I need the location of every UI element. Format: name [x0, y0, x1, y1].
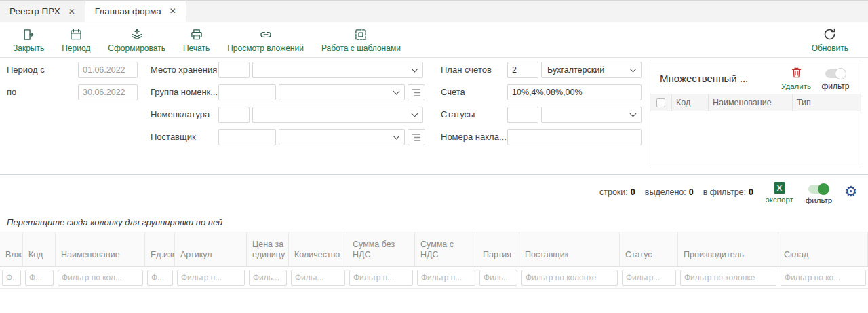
select-all-checkbox[interactable] [656, 98, 665, 107]
column-filter-input-sklad[interactable] [781, 270, 866, 286]
supplier-select[interactable] [279, 129, 405, 145]
close-button[interactable]: Закрыть [4, 23, 53, 57]
grid-section: строки:0 выделено:0 в фильтре:0 X экспор… [0, 174, 868, 313]
column-header-artikul[interactable]: Артикул [175, 232, 247, 266]
chart-of-accounts-code-input[interactable] [507, 62, 538, 78]
period-from-input[interactable] [78, 62, 138, 78]
toggle-knob [818, 183, 829, 195]
tab-glavnaya-forma[interactable]: Главная форма ✕ [85, 1, 186, 22]
stat-label: строки: [599, 187, 628, 197]
statuses-code-input[interactable] [507, 107, 538, 123]
multi-filter-col-naimenovanie[interactable]: Наименование [709, 94, 793, 111]
column-header-summa-s-nds[interactable]: Сумма с НДС [415, 232, 477, 266]
nomenclature-group-code-input[interactable] [218, 84, 276, 100]
column-label: Сумма с НДС [420, 240, 473, 261]
column-filter-input-vlzh[interactable] [2, 270, 21, 286]
supplier-tree-button[interactable] [408, 129, 425, 145]
export-button[interactable]: X экспорт [766, 182, 793, 204]
chart-of-accounts-select[interactable]: Бухгалтерский [541, 62, 642, 78]
column-header-proizvoditel[interactable]: Производитель [678, 232, 778, 266]
grid-stats: строки:0 выделено:0 в фильтре:0 [599, 187, 753, 197]
nomenclature-group-select[interactable] [279, 84, 405, 100]
selected-value: Бухгалтерский [547, 65, 604, 75]
column-filter-input-kolichestvo[interactable] [291, 270, 345, 286]
column-filter-input-naimenovanie[interactable] [58, 270, 143, 286]
column-header-partiya[interactable]: Партия [477, 232, 519, 266]
multi-filter-col-kod[interactable]: Код [672, 94, 709, 111]
filter-cell [145, 267, 175, 288]
column-filter-input-summa-bez-nds[interactable] [349, 270, 413, 286]
multi-filter-toggle[interactable]: фильтр [816, 65, 855, 91]
select-all-cell [650, 94, 672, 111]
column-filter-input-summa-s-nds[interactable] [417, 270, 475, 286]
column-header-tsena-za-edinitsu[interactable]: Цена за единицу [247, 232, 289, 266]
column-label: Производитель [684, 250, 744, 261]
column-header-edizm[interactable]: Ед.изм. [145, 232, 175, 266]
toolbar-label: Просмотр вложений [227, 43, 304, 53]
column-header-naimenovanie[interactable]: Наименование [56, 232, 145, 266]
column-header-status[interactable]: Статус [620, 232, 678, 266]
column-label: Влж [5, 250, 22, 261]
filter-cell [519, 267, 620, 288]
storage-code-input[interactable] [218, 62, 250, 78]
filter-cell [678, 267, 778, 288]
period-to-label: по [7, 84, 16, 100]
group-by-drop-zone[interactable]: Перетащите сюда колонку для группировки … [7, 217, 222, 227]
column-filter-input-artikul[interactable] [177, 270, 245, 286]
nomenclature-group-tree-button[interactable] [408, 84, 425, 100]
column-filter-input-partiya[interactable] [479, 270, 517, 286]
nomenclature-select[interactable] [252, 107, 423, 123]
storage-select[interactable] [252, 62, 423, 78]
view-attachments-button[interactable]: Просмотр вложений [218, 23, 313, 57]
column-header-summa-bez-nds[interactable]: Сумма без НДС [347, 232, 415, 266]
column-filter-input-tsena[interactable] [249, 270, 287, 286]
refresh-icon [823, 27, 837, 41]
grid-filter-row [0, 267, 868, 289]
close-icon[interactable]: ✕ [68, 7, 75, 16]
column-header-vlzh[interactable]: Влж [0, 232, 23, 266]
column-filter-input-edizm[interactable] [147, 270, 173, 286]
column-header-kolichestvo[interactable]: Количество [289, 232, 347, 266]
statuses-select[interactable] [541, 107, 642, 123]
gear-icon[interactable]: ⚙ [844, 185, 857, 199]
stat-value: 0 [631, 187, 635, 197]
toolbar-label: Закрыть [13, 43, 44, 53]
generate-button[interactable]: Сформировать [99, 23, 174, 57]
accounts-label: Счета [441, 84, 465, 100]
toggle-on-icon [808, 185, 829, 194]
period-to-input[interactable] [78, 84, 138, 100]
nomenclature-code-input[interactable] [218, 107, 250, 123]
supplier-code-input[interactable] [218, 129, 276, 145]
close-icon[interactable]: ✕ [170, 7, 176, 15]
toolbar-label: Сформировать [108, 43, 165, 53]
filter-cell [56, 267, 145, 288]
tab-reestr-prh[interactable]: Реестр ПРХ ✕ [0, 1, 85, 22]
export-label: экспорт [766, 196, 793, 204]
column-label: Ед.изм. [151, 250, 175, 261]
multi-filter-col-tip[interactable]: Тип [793, 94, 861, 111]
column-header-kod[interactable]: Код [23, 232, 56, 266]
refresh-button[interactable]: Обновить [803, 23, 857, 57]
printer-icon [190, 27, 203, 41]
column-header-sklad[interactable]: Склад [778, 232, 868, 266]
selected-stat: выделено:0 [645, 187, 694, 197]
invoice-numbers-label: Номера накла... [441, 129, 507, 145]
column-filter-input-proizvoditel[interactable] [680, 270, 776, 286]
grid-filter-toggle[interactable]: фильтр [806, 182, 832, 204]
generate-icon [130, 27, 144, 41]
delete-button[interactable]: Удалить [776, 65, 816, 90]
column-label: Артикул [180, 250, 212, 261]
column-filter-input-status[interactable] [622, 270, 676, 286]
chevron-down-icon [393, 133, 400, 140]
column-label: Сумма без НДС [353, 240, 411, 261]
invoice-numbers-input[interactable] [507, 129, 642, 145]
column-header-postavshchik[interactable]: Поставщик [519, 232, 620, 266]
column-filter-input-postavshchik[interactable] [521, 270, 618, 286]
column-label: Статус [625, 250, 652, 261]
period-button[interactable]: Период [53, 23, 99, 57]
column-filter-input-kod[interactable] [25, 270, 54, 286]
chart-of-accounts-label: План счетов [441, 62, 492, 78]
accounts-input[interactable] [507, 84, 642, 100]
templates-button[interactable]: Работа с шаблонами [313, 23, 410, 57]
print-button[interactable]: Печать [174, 23, 218, 57]
